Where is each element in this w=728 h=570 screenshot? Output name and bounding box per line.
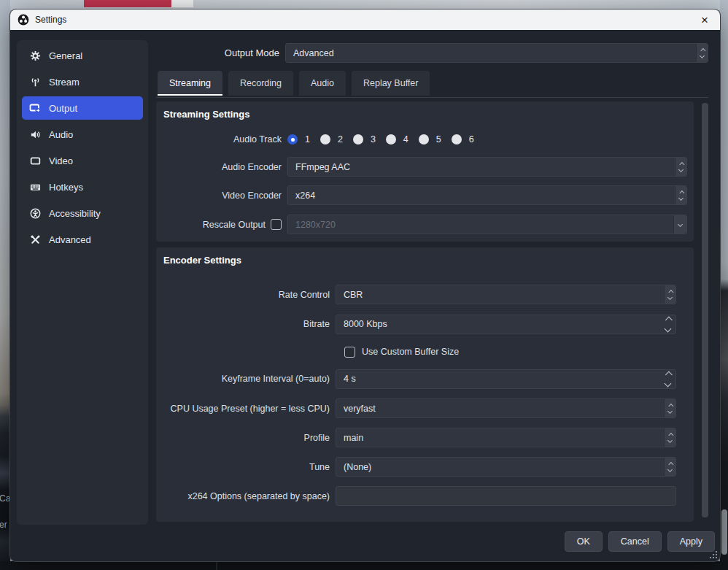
settings-dialog: Settings × General [9, 9, 721, 562]
apply-button[interactable]: Apply [667, 531, 715, 552]
rescale-output-row: Rescale Output 1280x720 [163, 215, 687, 234]
radio-track-3[interactable] [353, 134, 363, 145]
radio-track-1[interactable] [287, 134, 298, 145]
ok-button[interactable]: OK [565, 531, 603, 552]
audio-encoder-select[interactable]: FFmpeg AAC [287, 157, 687, 177]
obs-logo-icon [18, 14, 29, 26]
cpu-preset-select[interactable]: veryfast [336, 398, 676, 418]
close-icon[interactable]: × [697, 12, 713, 28]
desktop-right-strip [720, 0, 728, 570]
sidebar-item-label: Accessibility [49, 208, 101, 219]
sidebar-item-accessibility[interactable]: Accessibility [22, 201, 143, 225]
spinner-icon[interactable] [664, 285, 675, 304]
chevron-down-icon[interactable] [673, 215, 686, 234]
tune-select[interactable]: (None) [336, 457, 676, 477]
tab-replay-buffer[interactable]: Replay Buffer [352, 71, 430, 96]
settings-sidebar: General Stream Output [17, 40, 148, 525]
spinner-icon[interactable] [664, 399, 675, 417]
background-scrollbar [721, 509, 727, 555]
antenna-icon [29, 76, 41, 88]
resize-grip[interactable] [710, 551, 717, 558]
cancel-button[interactable]: Cancel [608, 531, 662, 552]
custom-buffer-label: Use Custom Buffer Size [362, 347, 459, 357]
settings-main: Output Mode Advanced Streaming Recording… [156, 30, 708, 555]
audio-encoder-label: Audio Encoder [163, 162, 282, 172]
radio-track-2[interactable] [320, 134, 330, 145]
profile-select[interactable]: main [336, 428, 676, 447]
video-encoder-select[interactable]: x264 [287, 185, 687, 205]
sidebar-item-general[interactable]: General [22, 44, 143, 67]
sidebar-item-stream[interactable]: Stream [22, 70, 143, 93]
gear-icon [29, 50, 41, 61]
spinner-icon[interactable] [664, 458, 675, 476]
sidebar-item-label: Stream [49, 77, 80, 88]
tune-row: Tune (None) [163, 457, 676, 477]
tab-recording[interactable]: Recording [228, 71, 293, 96]
audio-track-row: Audio Track 1 2 3 4 5 6 [163, 132, 687, 147]
tab-streaming[interactable]: Streaming [158, 71, 222, 96]
rescale-output-checkbox[interactable] [271, 219, 282, 230]
rate-control-select[interactable]: CBR [336, 285, 676, 304]
encoder-settings-heading: Encoder Settings [163, 255, 676, 269]
titlebar: Settings × [10, 9, 720, 30]
sidebar-item-hotkeys[interactable]: Hotkeys [22, 175, 143, 199]
window-title: Settings [35, 15, 66, 25]
spinner-icon[interactable] [665, 315, 670, 334]
display-output-icon [29, 102, 41, 114]
audio-track-radios: 1 2 3 4 5 6 [287, 132, 477, 147]
sidebar-item-label: Video [49, 155, 73, 166]
output-mode-select[interactable]: Advanced [285, 43, 708, 63]
radio-track-4[interactable] [386, 134, 396, 145]
accessibility-icon [29, 207, 41, 219]
streaming-settings-panel: Streaming Settings Audio Track 1 2 3 4 5… [156, 101, 694, 242]
rate-control-label: Rate Control [163, 290, 330, 300]
keyframe-label: Keyframe Interval (0=auto) [163, 374, 330, 384]
sidebar-item-label: Hotkeys [49, 182, 83, 193]
rate-control-row: Rate Control CBR [163, 285, 676, 304]
x264-options-label: x264 Options (separated by space) [163, 491, 330, 501]
cpu-preset-label: CPU Usage Preset (higher = less CPU) [163, 404, 330, 414]
streaming-settings-heading: Streaming Settings [163, 109, 687, 123]
speaker-icon [29, 128, 41, 140]
encoder-settings-panel: Encoder Settings Rate Control CBR Bitrat… [156, 247, 694, 522]
radio-track-6[interactable] [452, 134, 462, 145]
custom-buffer-checkbox[interactable] [344, 347, 355, 358]
sidebar-item-audio[interactable]: Audio [22, 123, 143, 146]
x264-options-input[interactable] [336, 486, 676, 506]
audio-track-label: Audio Track [163, 134, 282, 145]
sidebar-item-advanced[interactable]: Advanced [22, 228, 143, 251]
output-mode-row: Output Mode Advanced [156, 43, 708, 63]
keyframe-spinbox[interactable]: 4 s [336, 369, 676, 389]
keyboard-icon [29, 181, 41, 193]
spinner-icon[interactable] [675, 186, 686, 204]
spinner-icon[interactable] [696, 44, 708, 62]
content-scrollbar[interactable] [702, 103, 708, 517]
spinner-icon[interactable] [675, 158, 686, 176]
bitrate-spinbox[interactable]: 8000 Kbps [336, 315, 676, 334]
rescale-output-label: Rescale Output [163, 219, 282, 230]
audio-encoder-row: Audio Encoder FFmpeg AAC [163, 157, 687, 177]
monitor-icon [29, 155, 41, 166]
sidebar-item-video[interactable]: Video [22, 149, 143, 172]
x264-options-row: x264 Options (separated by space) [163, 486, 676, 506]
spinner-icon[interactable] [665, 370, 670, 388]
dialog-footer: OK Cancel Apply [565, 531, 715, 552]
output-mode-value: Advanced [293, 48, 334, 58]
radio-track-5[interactable] [419, 134, 429, 145]
tab-audio[interactable]: Audio [299, 71, 346, 96]
desktop-bottom-strip [0, 561, 728, 570]
tab-content: Streaming Settings Audio Track 1 2 3 4 5… [156, 101, 708, 522]
tab-divider [156, 97, 708, 98]
rescale-resolution-select[interactable]: 1280x720 [287, 215, 687, 234]
background-text-fragment: er [0, 520, 7, 530]
sidebar-item-label: Output [49, 103, 77, 114]
spinner-icon[interactable] [664, 428, 675, 447]
bitrate-label: Bitrate [163, 319, 330, 329]
cpu-preset-row: CPU Usage Preset (higher = less CPU) ver… [163, 398, 676, 418]
output-tabs: Streaming Recording Audio Replay Buffer [156, 71, 708, 96]
custom-buffer-row: Use Custom Buffer Size [163, 344, 676, 359]
sidebar-item-output[interactable]: Output [22, 96, 143, 120]
sidebar-item-label: General [49, 50, 82, 61]
tools-icon [29, 234, 41, 245]
sidebar-item-label: Advanced [49, 234, 91, 245]
